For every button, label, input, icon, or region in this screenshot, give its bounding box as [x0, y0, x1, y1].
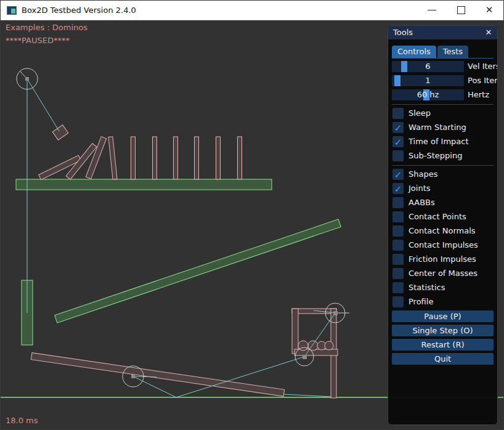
tilting-domino [108, 137, 117, 179]
checkbox-shapes[interactable]: ✓ Shapes [392, 169, 494, 180]
checkbox-sleep[interactable]: ✓ Sleep [392, 108, 494, 119]
check-icon: ✓ [394, 169, 402, 181]
quit-button[interactable]: Quit [392, 353, 494, 365]
checkbox-box: ✓ [392, 225, 404, 237]
checkbox-time-of-impact[interactable]: ✓ Time of Impact [392, 136, 494, 147]
checkbox-friction-impulses[interactable]: ✓ Friction Impulses [392, 254, 494, 265]
frame-time-label: 18.0 ms [6, 416, 38, 425]
vel-iters-slider[interactable]: 6 [392, 61, 464, 72]
tools-panel: Tools ✕ Controls Tests 6 Vel Iters [388, 25, 498, 425]
checkbox-profile[interactable]: ✓ Profile [392, 296, 494, 307]
pause-button[interactable]: Pause (P) [392, 310, 494, 322]
tools-panel-header[interactable]: Tools ✕ [388, 26, 497, 39]
checkbox-box: ✓ [392, 108, 404, 119]
frame-left-post [292, 309, 298, 354]
panel-close-icon[interactable]: ✕ [483, 26, 494, 39]
standing-domino [131, 137, 136, 179]
checkbox-contact-points[interactable]: ✓ Contact Points [392, 211, 494, 222]
seesaw-plank [31, 353, 284, 397]
checkbox-box: ✓ [392, 122, 404, 133]
fallen-domino-3 [86, 137, 106, 179]
joint-anchor-squares [25, 77, 338, 378]
tab-controls[interactable]: Controls [392, 46, 436, 58]
domino-platform [16, 179, 272, 190]
single-step-button[interactable]: Single Step (O) [392, 325, 494, 336]
pos-iters-value: 1 [392, 75, 464, 86]
hertz-value: 60 hz [392, 89, 464, 100]
checkbox-warm-starting[interactable]: ✓ Warm Starting [392, 122, 494, 133]
checkbox-statistics[interactable]: ✓ Statistics [392, 282, 494, 293]
checkbox-box: ✓ [392, 296, 404, 307]
checkbox-box: ✓ [392, 282, 404, 293]
window-title: Box2D Testbed Version 2.4.0 [22, 6, 136, 15]
separator [392, 104, 494, 105]
maximize-button[interactable] [449, 1, 473, 20]
checkbox-joints[interactable]: ✓ Joints [392, 183, 494, 194]
checkbox-box: ✓ [392, 240, 404, 251]
slider-row-vel-iters: 6 Vel Iters [392, 61, 494, 72]
check-icon: ✓ [394, 184, 402, 195]
checkbox-box: ✓ [392, 211, 404, 222]
minimize-button[interactable] [420, 1, 444, 20]
checkbox-box: ✓ [392, 136, 404, 147]
checkbox-box: ✓ [392, 268, 404, 279]
separator [392, 165, 494, 166]
hertz-label: Hertz [468, 89, 489, 100]
slider-row-pos-iters: 1 Pos Iters [392, 75, 494, 86]
checkbox-contact-impulses[interactable]: ✓ Contact Impulses [392, 240, 494, 251]
joint-anchor-circles [17, 68, 349, 387]
tab-bar: Controls Tests [392, 43, 494, 59]
checkbox-sub-stepping[interactable]: ✓ Sub-Stepping [392, 150, 494, 161]
hertz-slider[interactable]: 60 hz [392, 89, 464, 100]
title-bar[interactable]: Box2D Testbed Version 2.4.0 ✕ [1, 1, 503, 20]
vel-iters-value: 6 [392, 61, 464, 72]
pendulum-box [52, 125, 68, 140]
diagonal-plank [55, 219, 341, 323]
paused-label: ****PAUSED**** [6, 36, 70, 45]
tools-panel-title: Tools [393, 28, 413, 37]
standing-domino [216, 137, 221, 179]
close-button[interactable]: ✕ [477, 1, 502, 20]
restart-button[interactable]: Restart (R) [392, 339, 494, 351]
tab-tests[interactable]: Tests [437, 46, 468, 58]
checkbox-box: ✓ [392, 183, 404, 194]
standing-domino [153, 137, 157, 179]
checkbox-box: ✓ [392, 197, 404, 208]
slider-row-hertz: 60 hz Hertz [392, 89, 494, 100]
standing-domino [174, 137, 178, 179]
standing-domino [238, 137, 242, 179]
checkbox-contact-normals[interactable]: ✓ Contact Normals [392, 225, 494, 237]
check-icon: ✓ [394, 123, 402, 134]
pos-iters-slider[interactable]: 1 [392, 75, 464, 86]
checkbox-center-of-masses[interactable]: ✓ Center of Masses [392, 268, 494, 279]
checkbox-box: ✓ [392, 169, 404, 180]
standing-domino [195, 137, 199, 179]
example-label: Examples : Dominos [6, 23, 87, 32]
checkbox-box: ✓ [392, 150, 404, 161]
ball [325, 341, 333, 350]
vel-iters-label: Vel Iters [468, 61, 498, 72]
checkbox-box: ✓ [392, 254, 404, 265]
app-icon [7, 6, 17, 15]
check-icon: ✓ [394, 137, 402, 148]
frame-top-beam [292, 309, 336, 314]
checkbox-aabbs[interactable]: ✓ AABBs [392, 197, 494, 208]
pos-iters-label: Pos Iters [468, 75, 498, 86]
app-window: Box2D Testbed Version 2.4.0 ✕ Examples :… [0, 0, 504, 430]
